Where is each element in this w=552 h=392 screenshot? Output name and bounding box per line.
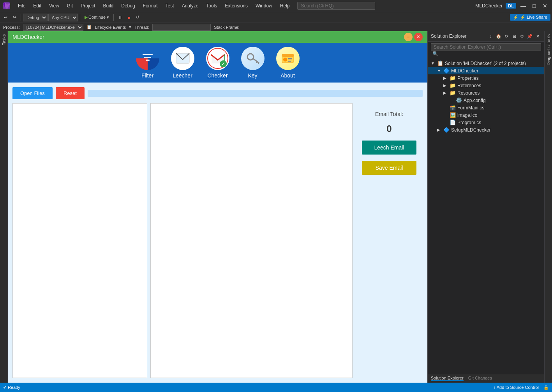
se-search-icon[interactable]: 🔍 — [432, 51, 438, 56]
tab-solution-explorer[interactable]: Solution Explorer — [431, 376, 464, 381]
solution-explorer: Solution Explorer ↕ 🏠 ⟳ ⊟ ⚙ 📌 ✕ 🔍 ▼ 📋 So… — [427, 31, 544, 383]
resources-label: Resources — [457, 90, 480, 96]
menu-format[interactable]: Format — [140, 2, 161, 9]
vs-titlebar: File Edit View Git Project Build Debug F… — [0, 0, 552, 12]
search-input[interactable] — [297, 2, 375, 10]
tree-solution[interactable]: ▼ 📋 Solution 'MLDChecker' (2 of 2 projec… — [428, 60, 544, 67]
filter-label: Filter — [141, 72, 153, 79]
filter-icon — [136, 47, 159, 70]
nav-filter[interactable]: Filter — [136, 47, 159, 79]
chevron-right-icon: ▶ — [443, 76, 448, 80]
cpu-select[interactable]: Any CPU — [48, 14, 78, 21]
app-window: MLDChecker − ✕ Filter — [8, 31, 427, 383]
output-textarea[interactable] — [151, 104, 352, 378]
debug-config-select[interactable]: Debug — [23, 14, 48, 21]
menu-tools[interactable]: Tools — [203, 2, 220, 9]
vs-logo — [3, 2, 10, 9]
se-pin-btn[interactable]: 📌 — [526, 33, 533, 40]
tab-git-changes[interactable]: Git Changes — [468, 376, 492, 381]
status-ready: ✔ Ready — [3, 385, 20, 390]
save-email-button[interactable]: Save Email — [362, 161, 416, 175]
tree-properties[interactable]: ▶ 📁 Properties — [428, 74, 544, 82]
app-close-button[interactable]: ✕ — [414, 33, 423, 41]
se-home-btn[interactable]: 🏠 — [495, 33, 502, 40]
menu-build[interactable]: Build — [100, 2, 117, 9]
tree-formmain[interactable]: ▶ 🗃️ FormMain.cs — [428, 104, 544, 111]
toolbar-restart[interactable]: ↺ — [134, 14, 142, 21]
menu-extensions[interactable]: Extensions — [222, 2, 251, 9]
menu-debug[interactable]: Debug — [118, 2, 138, 9]
leech-email-button[interactable]: Leech Email — [362, 141, 416, 155]
minimize-button[interactable]: — — [519, 2, 527, 10]
live-share-button[interactable]: ⚡ ⚡ Live Share — [510, 14, 550, 21]
se-search-input[interactable] — [431, 43, 541, 51]
menu-test[interactable]: Test — [162, 2, 177, 9]
open-files-button[interactable]: Open Files — [12, 87, 53, 99]
input-text-panel[interactable] — [12, 103, 147, 378]
se-sync-btn[interactable]: ↕ — [487, 33, 494, 40]
se-title: Solution Explorer — [431, 33, 466, 39]
menu-view[interactable]: View — [46, 2, 62, 9]
add-source-control[interactable]: ↑ Add to Source Control — [494, 385, 539, 390]
nav-key[interactable]: Key — [241, 47, 265, 79]
user-badge: DL — [506, 3, 516, 9]
live-share-icon: ⚡ — [513, 15, 518, 20]
se-toolbar: ↕ 🏠 ⟳ ⊟ ⚙ 📌 ✕ — [487, 33, 541, 40]
app-titlebar: MLDChecker − ✕ — [8, 31, 427, 43]
tree-references[interactable]: ▶ 📁 References — [428, 82, 544, 89]
lock-icon: 🔒 — [543, 385, 549, 390]
reset-button[interactable]: Reset — [56, 87, 85, 99]
input-textarea[interactable] — [13, 104, 147, 378]
tree-program-cs[interactable]: ▶ 📄 Program.cs — [428, 119, 544, 126]
vs-toolbar: ↩ ↪ Debug Any CPU ▶ Continue ▾ ⏸ ■ ↺ ⚡ ⚡… — [0, 12, 552, 23]
se-refresh-btn[interactable]: ⟳ — [503, 33, 510, 40]
toolbar-redo[interactable]: ↪ — [11, 14, 19, 21]
nav-about[interactable]: About — [276, 47, 300, 79]
vs-statusbar: ✔ Ready ↑ Add to Source Control 🔒 — [0, 383, 552, 392]
continue-button[interactable]: ▶ Continue ▾ — [82, 14, 111, 21]
chevron-right-icon: ▶ — [437, 128, 442, 132]
toolbar-sep-3 — [113, 14, 114, 21]
setup-label: SetupMLDChecker — [451, 127, 490, 133]
nav-checker[interactable]: ✓ Checker — [206, 47, 229, 79]
app-nav: Filter Leecher — [8, 43, 427, 83]
app-minimize-button[interactable]: − — [404, 33, 413, 41]
menu-file[interactable]: File — [15, 2, 28, 9]
tree-image-ico[interactable]: ▶ 🖼️ image.ico — [428, 111, 544, 119]
app-title: MLDChecker — [12, 34, 44, 40]
se-collapse-btn[interactable]: ⊟ — [511, 33, 518, 40]
statusbar-right: ↑ Add to Source Control 🔒 — [494, 385, 549, 390]
maximize-button[interactable]: □ — [530, 2, 538, 10]
app-config-label: App.config — [464, 98, 486, 103]
close-button[interactable]: ✕ — [541, 2, 549, 10]
main-layout: Tasks MLDChecker − ✕ Filter — [0, 31, 552, 383]
thread-input[interactable] — [152, 24, 211, 31]
about-icon — [276, 47, 300, 70]
toolbar-undo[interactable]: ↩ — [2, 14, 10, 21]
menu-analyze[interactable]: Analyze — [179, 2, 202, 9]
tree-resources[interactable]: ▶ 📁 Resources — [428, 89, 544, 97]
formmain-label: FormMain.cs — [457, 105, 484, 111]
menu-window[interactable]: Window — [252, 2, 275, 9]
tree-setup[interactable]: ▶ 🔷 SetupMLDChecker — [428, 126, 544, 134]
key-icon — [241, 47, 265, 70]
menu-project[interactable]: Project — [78, 2, 98, 9]
diagnostic-panel: Diagnostic Tools — [544, 31, 552, 383]
nav-leecher[interactable]: Leecher — [171, 47, 194, 79]
mldchecker-label: MLDChecker — [451, 68, 478, 74]
about-label: About — [280, 72, 295, 79]
menu-edit[interactable]: Edit — [30, 2, 44, 9]
se-close-btn[interactable]: ✕ — [534, 33, 541, 40]
titlebar-right: MLDChecker DL — □ ✕ — [475, 2, 549, 10]
menu-git[interactable]: Git — [64, 2, 76, 9]
tree-mldchecker[interactable]: ▼ 🔷 MLDChecker — [428, 67, 544, 74]
toolbar-pause[interactable]: ⏸ — [116, 14, 125, 21]
se-settings-btn[interactable]: ⚙ — [518, 33, 526, 40]
output-text-panel[interactable] — [150, 103, 353, 378]
toolbar-stop[interactable]: ■ — [125, 14, 133, 21]
process-select[interactable]: [10724] MLDChecker.exe — [23, 24, 83, 31]
menu-help[interactable]: Help — [277, 2, 293, 9]
tree-app-config[interactable]: ▶ ⚙️ App.config — [428, 97, 544, 104]
properties-label: Properties — [457, 76, 479, 81]
stack-label: Stack Frame: — [214, 25, 239, 30]
